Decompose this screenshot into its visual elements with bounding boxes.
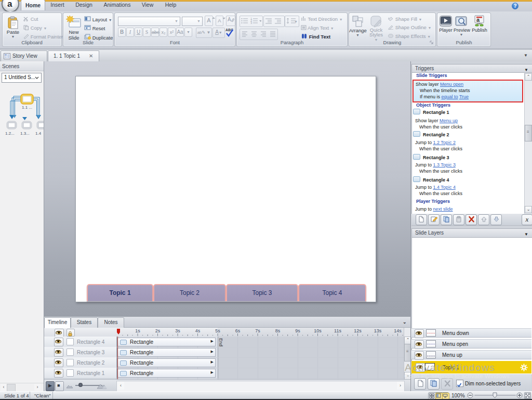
svg-text:a: a bbox=[476, 17, 480, 23]
svg-text:4s: 4s bbox=[195, 328, 201, 333]
svg-text:9s: 9s bbox=[295, 328, 300, 333]
svg-text:5s: 5s bbox=[215, 328, 220, 333]
svg-text:3: 3 bbox=[250, 21, 252, 24]
svg-text:1.3...: 1.3... bbox=[20, 131, 30, 136]
svg-text:1.2...: 1.2... bbox=[5, 131, 15, 136]
svg-text:14s: 14s bbox=[394, 328, 402, 333]
svg-text:10s: 10s bbox=[314, 328, 322, 333]
svg-text:13s: 13s bbox=[374, 328, 382, 333]
svg-text:2s: 2s bbox=[155, 328, 161, 333]
svg-text:6s: 6s bbox=[235, 328, 241, 333]
svg-text:1.1 ...: 1.1 ... bbox=[22, 105, 32, 110]
svg-text:1.4: 1.4 bbox=[35, 131, 42, 136]
svg-text:8s: 8s bbox=[275, 328, 281, 333]
svg-text:A: A bbox=[228, 17, 231, 22]
svg-text:11s: 11s bbox=[334, 328, 341, 333]
svg-text:1s: 1s bbox=[135, 328, 140, 333]
svg-text:7s: 7s bbox=[255, 328, 260, 333]
svg-text:3s: 3s bbox=[175, 328, 180, 333]
svg-text:12s: 12s bbox=[354, 328, 362, 333]
